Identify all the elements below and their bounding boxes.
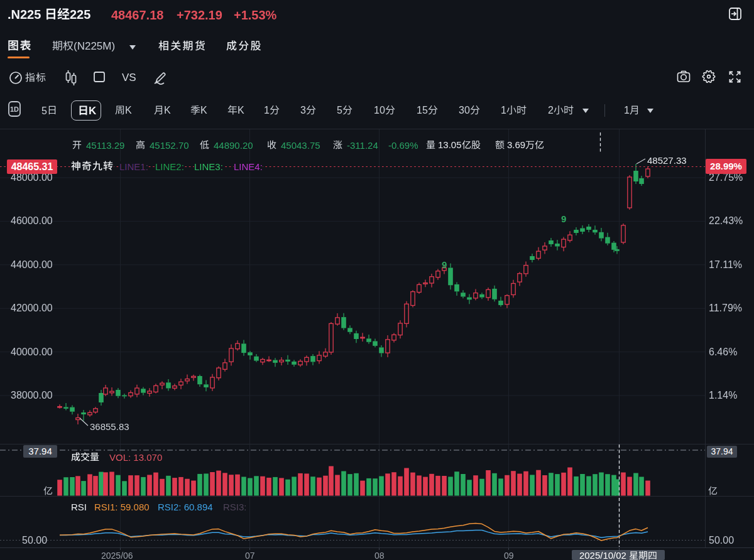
svg-text:1D: 1D — [10, 105, 19, 113]
